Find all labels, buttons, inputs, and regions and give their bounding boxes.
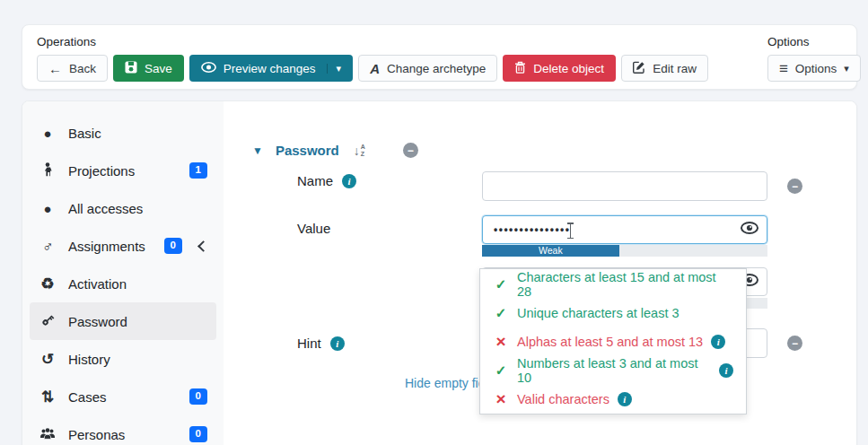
edit-pencil-icon — [633, 61, 645, 76]
operations-panel: Operations ← Back Save Preview changes ▾… — [22, 24, 857, 90]
info-icon[interactable]: i — [719, 363, 733, 378]
person-icon — [39, 162, 57, 179]
password-strength-bar: Weak — [482, 245, 767, 257]
sidebar-item-personas[interactable]: Personas 0 — [30, 415, 216, 445]
show-password-icon[interactable] — [741, 222, 758, 238]
assignments-icon: ♂ — [39, 239, 57, 254]
change-archetype-label: Change archetype — [387, 62, 486, 75]
save-icon — [125, 61, 137, 76]
info-icon[interactable]: i — [342, 174, 356, 188]
delete-object-button[interactable]: Delete object — [503, 55, 616, 82]
preview-changes-label: Preview changes — [224, 62, 316, 75]
edit-raw-label: Edit raw — [653, 62, 697, 75]
sort-alpha-icon[interactable]: ↓ AZ — [354, 144, 365, 158]
sidebar-item-label: Personas — [68, 427, 178, 442]
collapse-caret-icon[interactable]: ▼ — [252, 144, 263, 157]
sidebar-item-label: Password — [68, 314, 207, 329]
hint-field-label: Hint i — [297, 336, 345, 351]
sidebar-item-history[interactable]: ↺ History — [30, 340, 216, 378]
password-section-header: ▼ Password ↓ AZ − — [252, 143, 418, 158]
sidebar-item-label: Assignments — [68, 239, 153, 254]
back-arrow-icon: ← — [48, 62, 62, 75]
sidebar-item-label: Projections — [68, 163, 178, 179]
info-icon[interactable]: i — [618, 392, 632, 406]
sidebar-item-projections[interactable]: Projections 1 — [30, 152, 216, 189]
history-icon: ↺ — [39, 352, 57, 367]
personas-count-badge: 0 — [189, 426, 207, 442]
case-arrows-icon: ⇅ — [39, 389, 57, 405]
operations-group: Operations ← Back Save Preview changes ▾… — [37, 35, 708, 82]
cross-icon: × — [493, 333, 509, 350]
sidebar-item-cases[interactable]: ⇅ Cases 0 — [30, 378, 216, 415]
cases-count-badge: 0 — [189, 388, 207, 405]
validation-rule: × Alphas at least 5 and at most 13 i — [480, 327, 746, 356]
key-icon — [39, 313, 57, 329]
object-details-panel: ● Basic Projections 1 ● All accesses ♂ A… — [22, 100, 857, 445]
password-validation-popup: ✓ Characters at least 15 and at most 28 … — [479, 268, 747, 414]
validation-rule: ✓ Characters at least 15 and at most 28 — [480, 270, 746, 299]
sidebar-item-label: Basic — [68, 126, 207, 141]
remove-hint-button[interactable]: − — [787, 336, 802, 351]
trash-icon — [514, 61, 526, 76]
check-icon: ✓ — [493, 277, 509, 291]
text-cursor — [567, 222, 574, 239]
circle-icon: ● — [39, 202, 57, 215]
options-dropdown-button[interactable]: ≡ Options ▾ — [767, 55, 861, 82]
preview-eye-icon — [201, 62, 216, 75]
remove-section-button[interactable]: − — [403, 143, 418, 158]
save-label: Save — [145, 62, 172, 75]
recycle-icon: ♻ — [39, 276, 57, 292]
delete-object-label: Delete object — [533, 62, 604, 75]
sidebar-item-label: Activation — [68, 276, 207, 292]
save-button[interactable]: Save — [113, 55, 184, 82]
options-caret-icon: ▾ — [844, 64, 849, 74]
circle-icon: ● — [39, 127, 57, 140]
assignments-count-badge: 0 — [164, 238, 182, 254]
font-a-icon: A — [370, 62, 380, 75]
sidebar-item-password[interactable]: Password — [30, 302, 216, 340]
operations-buttons: ← Back Save Preview changes ▾ A Change a… — [37, 55, 708, 82]
sidebar-item-basic[interactable]: ● Basic — [30, 114, 216, 152]
projections-count-badge: 1 — [189, 162, 207, 179]
change-archetype-button[interactable]: A Change archetype — [358, 55, 497, 82]
cross-icon: × — [493, 390, 509, 407]
value-field-label: Value — [297, 221, 330, 236]
users-icon — [39, 427, 57, 441]
sidebar-item-all-accesses[interactable]: ● All accesses — [30, 189, 216, 227]
preview-dropdown-caret-icon[interactable]: ▾ — [327, 64, 342, 74]
remove-name-button[interactable]: − — [787, 179, 802, 194]
preview-changes-button[interactable]: Preview changes ▾ — [189, 55, 353, 82]
info-icon[interactable]: i — [711, 335, 725, 349]
details-sidebar: ● Basic Projections 1 ● All accesses ♂ A… — [22, 101, 224, 445]
sidebar-item-activation[interactable]: ♻ Activation — [30, 265, 216, 302]
back-button[interactable]: ← Back — [37, 55, 108, 82]
check-icon: ✓ — [493, 363, 509, 377]
info-icon[interactable]: i — [330, 336, 345, 351]
masked-password-value: ••••••••••••••• — [494, 224, 571, 235]
options-group: Options ≡ Options ▾ — [767, 35, 861, 82]
edit-raw-button[interactable]: Edit raw — [621, 55, 708, 82]
validation-rule: ✓ Unique characters at least 3 — [480, 299, 746, 327]
sidebar-item-label: Cases — [68, 389, 178, 405]
sidebar-item-label: History — [68, 352, 207, 367]
options-button-label: Options — [795, 62, 837, 75]
operations-label: Operations — [37, 35, 708, 48]
chevron-left-icon[interactable] — [197, 240, 209, 252]
back-label: Back — [69, 62, 96, 75]
name-field-label: Name i — [297, 173, 356, 188]
validation-rule: ✓ Numbers at least 3 and at most 10 i — [480, 356, 746, 385]
sidebar-item-assignments[interactable]: ♂ Assignments 0 — [30, 227, 216, 265]
bars-icon: ≡ — [779, 61, 788, 76]
sidebar-item-label: All accesses — [68, 201, 207, 216]
validation-rule: × Valid characters i — [480, 385, 746, 414]
section-title: Password — [276, 143, 339, 158]
strength-label: Weak — [539, 246, 563, 256]
password-panel: ▼ Password ↓ AZ − Name i − Value •••••••… — [224, 101, 856, 445]
check-icon: ✓ — [493, 306, 509, 319]
password-value-input[interactable]: ••••••••••••••• — [482, 215, 767, 244]
name-input[interactable] — [482, 171, 767, 201]
options-label: Options — [767, 35, 861, 48]
